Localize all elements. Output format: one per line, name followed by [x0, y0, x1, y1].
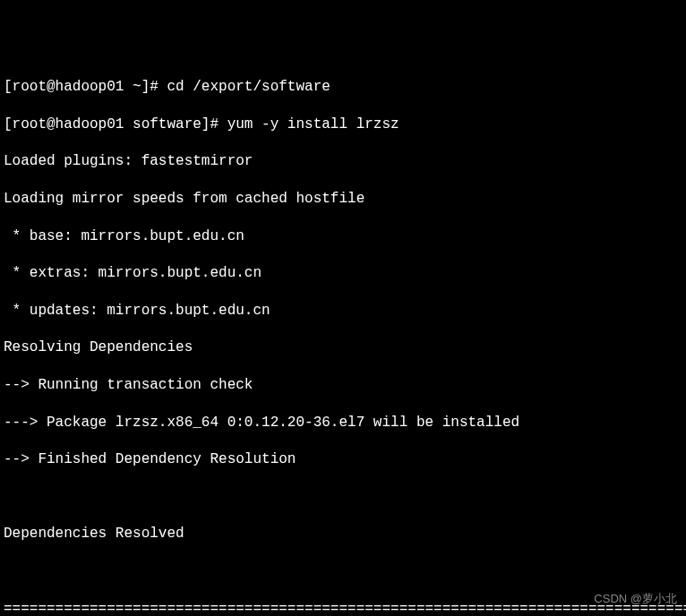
watermark-text: CSDN @萝小北 — [594, 592, 677, 607]
output-mirror-extras: * extras: mirrors.bupt.edu.cn — [4, 264, 682, 283]
output-mirror-base: * base: mirrors.bupt.edu.cn — [4, 227, 682, 246]
prompt-line-1: [root@hadoop01 ~]# cd /export/software — [4, 78, 682, 97]
output-finished: --> Finished Dependency Resolution — [4, 450, 682, 469]
blank-line — [4, 488, 682, 507]
output-loading-mirror: Loading mirror speeds from cached hostfi… — [4, 190, 682, 209]
output-deps-resolved: Dependencies Resolved — [4, 525, 682, 543]
prompt-prefix: [root@hadoop01 ~]# — [4, 79, 167, 95]
output-resolving: Resolving Dependencies — [4, 338, 682, 357]
command-text[interactable]: cd /export/software — [167, 79, 330, 95]
prompt-prefix: [root@hadoop01 software]# — [4, 116, 227, 133]
output-pkg-install: ---> Package lrzsz.x86_64 0:0.12.20-36.e… — [4, 414, 682, 432]
output-mirror-updates: * updates: mirrors.bupt.edu.cn — [4, 302, 682, 321]
command-text[interactable]: yum -y install lrzsz — [227, 116, 399, 133]
output-loaded-plugins: Loaded plugins: fastestmirror — [4, 152, 682, 171]
blank-line — [4, 562, 682, 581]
output-trans-check: --> Running transaction check — [4, 376, 682, 395]
separator: ========================================… — [4, 600, 682, 617]
prompt-line-2: [root@hadoop01 software]# yum -y install… — [4, 116, 682, 134]
